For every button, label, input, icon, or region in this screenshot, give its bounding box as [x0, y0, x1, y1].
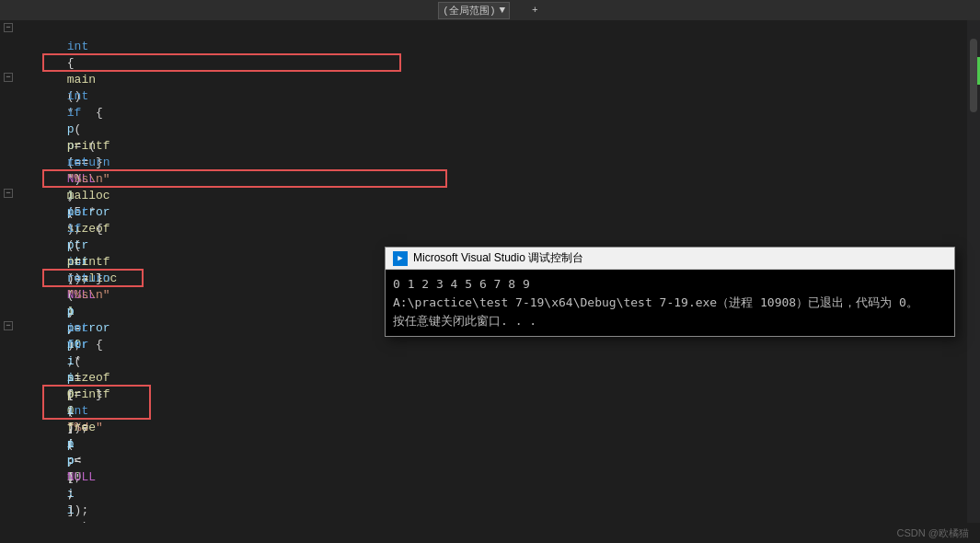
scope-dropdown[interactable]: (全局范围) ▼ [438, 2, 510, 19]
code-line-25 [24, 420, 960, 436]
console-overlay: ▶ Microsoft Visual Studio 调试控制台 0 1 2 3 … [385, 247, 955, 337]
code-line-13: printf ( "%s\n" , perror ); [24, 221, 960, 237]
code-line-2: { [24, 39, 960, 55]
code-line-6: printf ( "%s\n" , perror ); [24, 105, 960, 121]
code-line-12: { [24, 204, 960, 221]
collapse-for[interactable]: − [2, 320, 15, 330]
bottom-bar: CSDN @欧橘猫 [0, 523, 980, 543]
code-line-4: if ( p == NULL ) [24, 72, 960, 88]
scrollbar-thumb[interactable] [970, 39, 977, 112]
collapse-if1[interactable]: − [2, 72, 15, 82]
code-line-11: if ( ptr == NULL ) [24, 188, 960, 204]
minus-icon-for: − [4, 321, 13, 330]
code-line-10: int * ptr = realloc ( p , 10 * sizeof ( … [24, 171, 960, 188]
code-line-21: printf ( "%d " , p [ i ]); [24, 353, 960, 370]
scrollbar[interactable] [967, 20, 980, 543]
code-line-5: { [24, 88, 960, 105]
console-output-line1: 0 1 2 3 4 5 6 7 8 9 [393, 275, 947, 294]
code-line-3: int * p = ( int *) malloc (5 * sizeof ( … [24, 55, 960, 72]
code-line-22: } [24, 370, 960, 387]
watermark: CSDN @欧橘猫 [897, 526, 969, 540]
scope-dropdown-label: (全局范围) [443, 4, 495, 17]
code-line-9 [24, 155, 960, 171]
console-titlebar: ▶ Microsoft Visual Studio 调试控制台 [386, 248, 954, 270]
console-output-line3: 按任意键关闭此窗口. . . [393, 312, 947, 330]
code-line-1: int main () [24, 22, 960, 39]
console-body: 0 1 2 3 4 5 6 7 8 9 A:\practice\test 7-1… [386, 270, 954, 336]
code-line-23: free ( p ); [24, 387, 960, 403]
minus-icon-if1: − [4, 73, 13, 82]
console-title: Microsoft Visual Studio 调试控制台 [413, 250, 583, 266]
add-button[interactable]: + [528, 4, 542, 17]
code-line-20: p [ i ] = i ; [24, 337, 960, 353]
console-output-line2: A:\practice\test 7-19\x64\Debug\test 7-1… [393, 294, 947, 312]
gutter: − − − − [0, 20, 17, 543]
minus-icon-main: − [4, 23, 13, 32]
code-line-24: p = NULL ; [24, 403, 960, 420]
top-bar: (全局范围) ▼ + [0, 0, 980, 20]
minus-icon-if2: − [4, 189, 13, 198]
code-line-7: return 1 ; [24, 121, 960, 138]
console-app-icon: ▶ [393, 251, 408, 266]
collapse-if2[interactable]: − [2, 188, 15, 198]
code-line-8: } [24, 138, 960, 155]
collapse-main[interactable]: − [2, 22, 15, 32]
dropdown-arrow-icon: ▼ [499, 5, 505, 16]
